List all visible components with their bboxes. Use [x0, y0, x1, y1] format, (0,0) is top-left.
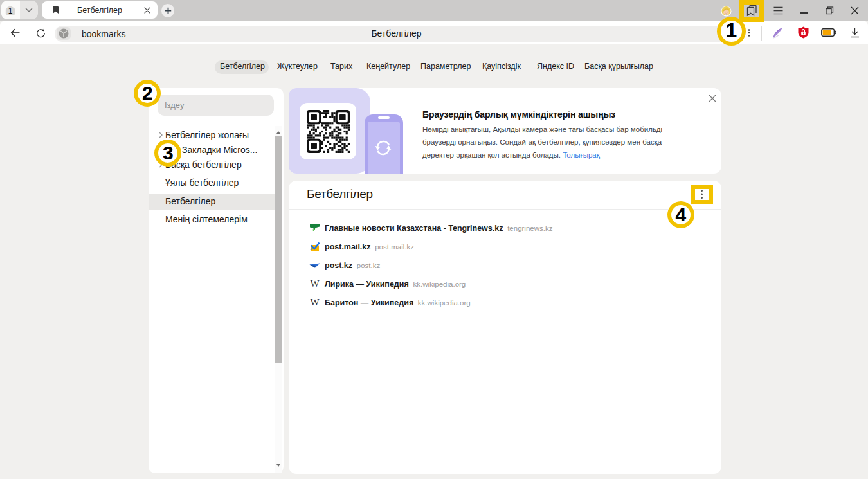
svg-text:1: 1	[8, 6, 13, 15]
